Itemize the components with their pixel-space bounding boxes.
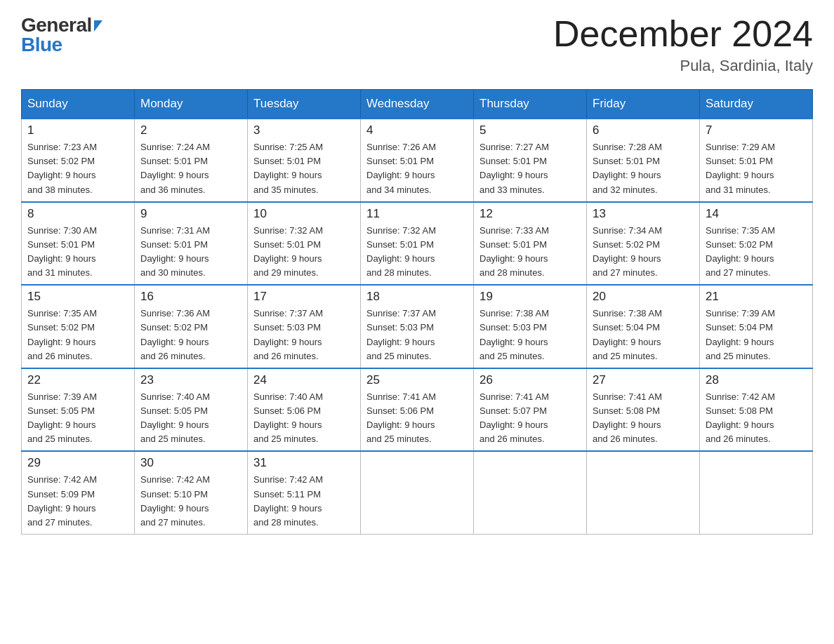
calendar-cell	[361, 451, 474, 534]
logo-triangle-icon	[94, 20, 102, 32]
header-sunday: Sunday	[22, 90, 135, 119]
day-info: Sunrise: 7:36 AM Sunset: 5:02 PM Dayligh…	[140, 307, 241, 363]
calendar-header: Sunday Monday Tuesday Wednesday Thursday…	[22, 90, 813, 119]
calendar-cell: 2 Sunrise: 7:24 AM Sunset: 5:01 PM Dayli…	[135, 119, 248, 202]
calendar-body: 1 Sunrise: 7:23 AM Sunset: 5:02 PM Dayli…	[22, 119, 813, 534]
day-info: Sunrise: 7:42 AM Sunset: 5:11 PM Dayligh…	[253, 473, 355, 530]
day-number: 13	[593, 207, 694, 221]
logo: General Blue	[21, 14, 102, 56]
day-info: Sunrise: 7:39 AM Sunset: 5:05 PM Dayligh…	[27, 390, 128, 447]
day-number: 19	[479, 290, 581, 304]
day-info: Sunrise: 7:39 AM Sunset: 5:04 PM Dayligh…	[706, 307, 807, 363]
day-info: Sunrise: 7:23 AM Sunset: 5:02 PM Dayligh…	[27, 140, 128, 197]
day-info: Sunrise: 7:38 AM Sunset: 5:03 PM Dayligh…	[479, 307, 581, 363]
day-number: 16	[140, 290, 241, 304]
day-info: Sunrise: 7:40 AM Sunset: 5:05 PM Dayligh…	[140, 390, 241, 447]
day-number: 6	[593, 123, 694, 137]
day-number: 14	[706, 207, 807, 221]
location-title: Pula, Sardinia, Italy	[553, 57, 813, 75]
calendar-cell: 21 Sunrise: 7:39 AM Sunset: 5:04 PM Dayl…	[700, 285, 813, 368]
day-number: 31	[253, 456, 355, 470]
week-row-1: 1 Sunrise: 7:23 AM Sunset: 5:02 PM Dayli…	[22, 119, 813, 202]
day-info: Sunrise: 7:24 AM Sunset: 5:01 PM Dayligh…	[140, 140, 241, 197]
week-row-4: 22 Sunrise: 7:39 AM Sunset: 5:05 PM Dayl…	[22, 368, 813, 452]
day-info: Sunrise: 7:41 AM Sunset: 5:07 PM Dayligh…	[479, 390, 581, 447]
calendar-cell: 7 Sunrise: 7:29 AM Sunset: 5:01 PM Dayli…	[700, 119, 813, 202]
day-number: 28	[706, 373, 807, 387]
day-info: Sunrise: 7:33 AM Sunset: 5:01 PM Dayligh…	[479, 224, 581, 281]
day-number: 18	[366, 290, 468, 304]
day-number: 22	[27, 373, 128, 387]
logo-blue-text: Blue	[21, 34, 102, 56]
calendar-cell: 24 Sunrise: 7:40 AM Sunset: 5:06 PM Dayl…	[248, 368, 361, 452]
calendar-cell: 13 Sunrise: 7:34 AM Sunset: 5:02 PM Dayl…	[587, 202, 700, 286]
day-number: 9	[140, 207, 241, 221]
day-number: 2	[140, 123, 241, 137]
day-info: Sunrise: 7:28 AM Sunset: 5:01 PM Dayligh…	[593, 140, 694, 197]
day-number: 12	[479, 207, 581, 221]
calendar-cell: 16 Sunrise: 7:36 AM Sunset: 5:02 PM Dayl…	[135, 285, 248, 368]
day-info: Sunrise: 7:38 AM Sunset: 5:04 PM Dayligh…	[593, 307, 694, 363]
calendar-cell: 4 Sunrise: 7:26 AM Sunset: 5:01 PM Dayli…	[361, 119, 474, 202]
week-row-2: 8 Sunrise: 7:30 AM Sunset: 5:01 PM Dayli…	[22, 202, 813, 286]
day-info: Sunrise: 7:42 AM Sunset: 5:09 PM Dayligh…	[27, 473, 128, 530]
day-info: Sunrise: 7:30 AM Sunset: 5:01 PM Dayligh…	[27, 224, 128, 281]
calendar-cell: 12 Sunrise: 7:33 AM Sunset: 5:01 PM Dayl…	[474, 202, 587, 286]
day-number: 26	[479, 373, 581, 387]
calendar-cell: 27 Sunrise: 7:41 AM Sunset: 5:08 PM Dayl…	[587, 368, 700, 452]
calendar-cell	[474, 451, 587, 534]
day-number: 1	[27, 123, 128, 137]
calendar-cell: 10 Sunrise: 7:32 AM Sunset: 5:01 PM Dayl…	[248, 202, 361, 286]
calendar-cell: 5 Sunrise: 7:27 AM Sunset: 5:01 PM Dayli…	[474, 119, 587, 202]
calendar-cell: 28 Sunrise: 7:42 AM Sunset: 5:08 PM Dayl…	[700, 368, 813, 452]
calendar-cell: 20 Sunrise: 7:38 AM Sunset: 5:04 PM Dayl…	[587, 285, 700, 368]
day-info: Sunrise: 7:41 AM Sunset: 5:08 PM Dayligh…	[593, 390, 694, 447]
calendar-cell: 23 Sunrise: 7:40 AM Sunset: 5:05 PM Dayl…	[135, 368, 248, 452]
calendar-cell: 15 Sunrise: 7:35 AM Sunset: 5:02 PM Dayl…	[22, 285, 135, 368]
day-number: 17	[253, 290, 355, 304]
calendar-table: Sunday Monday Tuesday Wednesday Thursday…	[21, 89, 813, 535]
calendar-cell	[700, 451, 813, 534]
week-row-3: 15 Sunrise: 7:35 AM Sunset: 5:02 PM Dayl…	[22, 285, 813, 368]
day-info: Sunrise: 7:25 AM Sunset: 5:01 PM Dayligh…	[253, 140, 355, 197]
day-info: Sunrise: 7:42 AM Sunset: 5:08 PM Dayligh…	[706, 390, 807, 447]
day-number: 3	[253, 123, 355, 137]
calendar-cell	[587, 451, 700, 534]
calendar-cell: 14 Sunrise: 7:35 AM Sunset: 5:02 PM Dayl…	[700, 202, 813, 286]
title-block: December 2024 Pula, Sardinia, Italy	[553, 14, 813, 75]
day-info: Sunrise: 7:32 AM Sunset: 5:01 PM Dayligh…	[366, 224, 468, 281]
calendar-cell: 8 Sunrise: 7:30 AM Sunset: 5:01 PM Dayli…	[22, 202, 135, 286]
page-header: General Blue December 2024 Pula, Sardini…	[21, 14, 813, 75]
header-monday: Monday	[135, 90, 248, 119]
day-number: 4	[366, 123, 468, 137]
calendar-cell: 11 Sunrise: 7:32 AM Sunset: 5:01 PM Dayl…	[361, 202, 474, 286]
day-info: Sunrise: 7:29 AM Sunset: 5:01 PM Dayligh…	[706, 140, 807, 197]
calendar-cell: 1 Sunrise: 7:23 AM Sunset: 5:02 PM Dayli…	[22, 119, 135, 202]
calendar-cell: 17 Sunrise: 7:37 AM Sunset: 5:03 PM Dayl…	[248, 285, 361, 368]
day-number: 27	[593, 373, 694, 387]
calendar-cell: 9 Sunrise: 7:31 AM Sunset: 5:01 PM Dayli…	[135, 202, 248, 286]
day-number: 10	[253, 207, 355, 221]
day-info: Sunrise: 7:31 AM Sunset: 5:01 PM Dayligh…	[140, 224, 241, 281]
day-info: Sunrise: 7:34 AM Sunset: 5:02 PM Dayligh…	[593, 224, 694, 281]
day-info: Sunrise: 7:35 AM Sunset: 5:02 PM Dayligh…	[27, 307, 128, 363]
calendar-cell: 19 Sunrise: 7:38 AM Sunset: 5:03 PM Dayl…	[474, 285, 587, 368]
day-info: Sunrise: 7:37 AM Sunset: 5:03 PM Dayligh…	[366, 307, 468, 363]
day-number: 21	[706, 290, 807, 304]
calendar-cell: 25 Sunrise: 7:41 AM Sunset: 5:06 PM Dayl…	[361, 368, 474, 452]
calendar-cell: 31 Sunrise: 7:42 AM Sunset: 5:11 PM Dayl…	[248, 451, 361, 534]
month-title: December 2024	[553, 14, 813, 54]
day-number: 23	[140, 373, 241, 387]
header-wednesday: Wednesday	[361, 90, 474, 119]
day-number: 5	[479, 123, 581, 137]
header-saturday: Saturday	[700, 90, 813, 119]
day-number: 20	[593, 290, 694, 304]
day-info: Sunrise: 7:37 AM Sunset: 5:03 PM Dayligh…	[253, 307, 355, 363]
day-number: 24	[253, 373, 355, 387]
calendar-cell: 30 Sunrise: 7:42 AM Sunset: 5:10 PM Dayl…	[135, 451, 248, 534]
day-number: 25	[366, 373, 468, 387]
calendar-cell: 26 Sunrise: 7:41 AM Sunset: 5:07 PM Dayl…	[474, 368, 587, 452]
calendar-cell: 22 Sunrise: 7:39 AM Sunset: 5:05 PM Dayl…	[22, 368, 135, 452]
calendar-cell: 29 Sunrise: 7:42 AM Sunset: 5:09 PM Dayl…	[22, 451, 135, 534]
day-info: Sunrise: 7:42 AM Sunset: 5:10 PM Dayligh…	[140, 473, 241, 530]
